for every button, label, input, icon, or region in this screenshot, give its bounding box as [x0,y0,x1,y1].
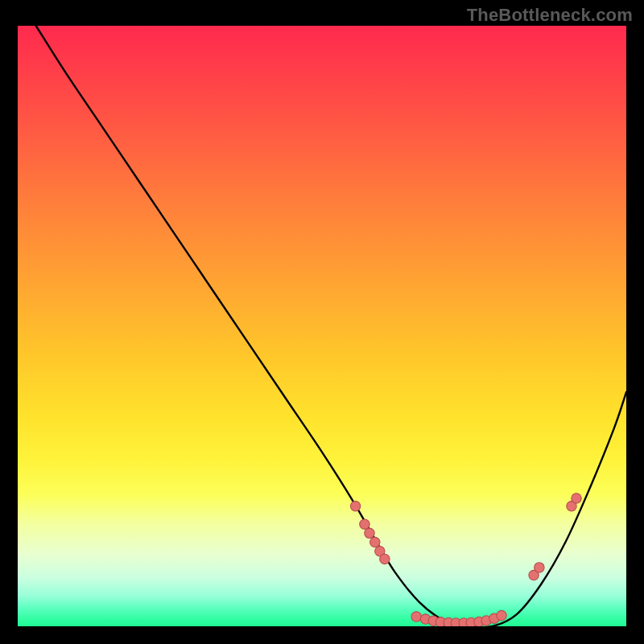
curve-marker [365,528,374,538]
curve-marker [350,502,360,511]
curve-marker [497,610,506,620]
curve-marker-group [350,493,581,626]
curve-marker [370,537,380,547]
curve-marker [380,554,390,564]
curve-marker [360,519,369,529]
bottleneck-curve [36,26,626,626]
watermark-text: TheBottleneck.com [467,5,633,26]
curve-marker [411,612,421,621]
curve-marker [572,493,581,503]
curve-svg [18,26,626,626]
curve-marker [535,563,544,572]
plot-area [18,26,626,626]
chart-frame: TheBottleneck.com [0,0,644,644]
